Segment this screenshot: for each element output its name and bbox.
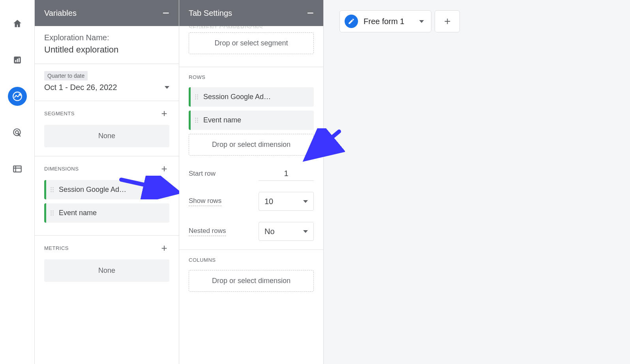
tab-bar: Free form 1 + (339, 10, 630, 32)
columns-drop-zone[interactable]: Drop or select dimension (189, 270, 314, 292)
nav-home[interactable] (8, 14, 27, 33)
variables-panel: Variables − Exploration Name: Untitled e… (35, 0, 179, 364)
columns-title: COLUMNS (189, 257, 216, 263)
start-row-input[interactable] (259, 167, 314, 181)
list-icon (12, 164, 22, 174)
edit-tab-button[interactable] (345, 15, 358, 28)
segments-none: None (44, 125, 169, 147)
row-dimension-chip[interactable]: Session Google Ad… (189, 87, 314, 107)
add-tab-button[interactable]: + (435, 10, 460, 32)
nested-rows-select[interactable]: No (259, 222, 314, 241)
dimension-label: Session Google Ad… (59, 186, 126, 194)
date-preset: Quarter to date (44, 71, 88, 81)
target-click-icon (12, 128, 22, 138)
row-dimension-label: Event name (203, 116, 241, 124)
segments-title: SEGMENTS (44, 111, 75, 116)
start-row-label: Start row (189, 170, 216, 178)
metrics-title: METRICS (44, 245, 69, 251)
pencil-icon (348, 18, 355, 25)
dimension-chip[interactable]: Event name (44, 203, 169, 223)
nav-configure[interactable] (8, 159, 27, 178)
variables-title: Variables (44, 9, 77, 18)
home-icon (12, 19, 22, 29)
tab-label: Free form 1 (364, 17, 404, 26)
chevron-down-icon (303, 230, 308, 233)
show-rows-value: 10 (264, 197, 273, 206)
reports-icon (12, 55, 22, 65)
variables-header: Variables − (35, 0, 179, 26)
dimensions-title: DIMENSIONS (44, 166, 79, 172)
exploration-name[interactable]: Untitled exploration (44, 45, 169, 55)
segment-drop-zone[interactable]: Drop or select segment (189, 32, 314, 54)
add-metric-button[interactable]: + (159, 243, 169, 253)
add-segment-button[interactable]: + (159, 108, 169, 118)
chevron-down-icon (419, 20, 424, 23)
nested-rows-value: No (264, 227, 275, 236)
svg-rect-7 (13, 166, 21, 172)
svg-rect-1 (15, 60, 16, 62)
show-rows-select[interactable]: 10 (259, 192, 314, 211)
nested-rows-label: Nested rows (189, 227, 226, 236)
explore-icon (12, 91, 22, 101)
drag-icon (195, 117, 199, 124)
date-range-picker[interactable]: Oct 1 - Dec 26, 2022 (44, 83, 169, 92)
drag-icon (50, 187, 54, 193)
settings-title: Tab Settings (189, 9, 232, 18)
rows-drop-zone[interactable]: Drop or select dimension (189, 134, 314, 156)
canvas-area: Free form 1 + (324, 0, 630, 364)
settings-header: Tab Settings − (179, 0, 323, 26)
exploration-name-label: Exploration Name: (44, 33, 169, 42)
nav-explore[interactable] (8, 87, 27, 106)
drag-icon (195, 94, 199, 100)
svg-rect-2 (17, 59, 18, 62)
tab-settings-panel: Tab Settings − SEGMENT COMPARISONS Drop … (179, 0, 324, 364)
chevron-down-icon (165, 86, 169, 89)
row-dimension-label: Session Google Ad… (203, 93, 271, 101)
nav-advertising[interactable] (8, 123, 27, 142)
dimension-chip[interactable]: Session Google Ad… (44, 180, 169, 199)
svg-rect-3 (19, 58, 20, 62)
drag-icon (50, 210, 54, 216)
segment-comparisons-title: SEGMENT COMPARISONS (179, 26, 323, 28)
row-dimension-chip[interactable]: Event name (189, 111, 314, 130)
show-rows-label: Show rows (189, 197, 221, 206)
dimension-label: Event name (59, 209, 97, 217)
chevron-down-icon (303, 200, 308, 203)
date-range-value: Oct 1 - Dec 26, 2022 (44, 83, 117, 92)
exploration-tab[interactable]: Free form 1 (339, 10, 431, 32)
nav-reports[interactable] (8, 51, 27, 69)
metrics-none: None (44, 259, 169, 282)
add-dimension-button[interactable]: + (159, 163, 169, 174)
nav-rail (0, 0, 35, 364)
rows-title: ROWS (189, 74, 205, 80)
